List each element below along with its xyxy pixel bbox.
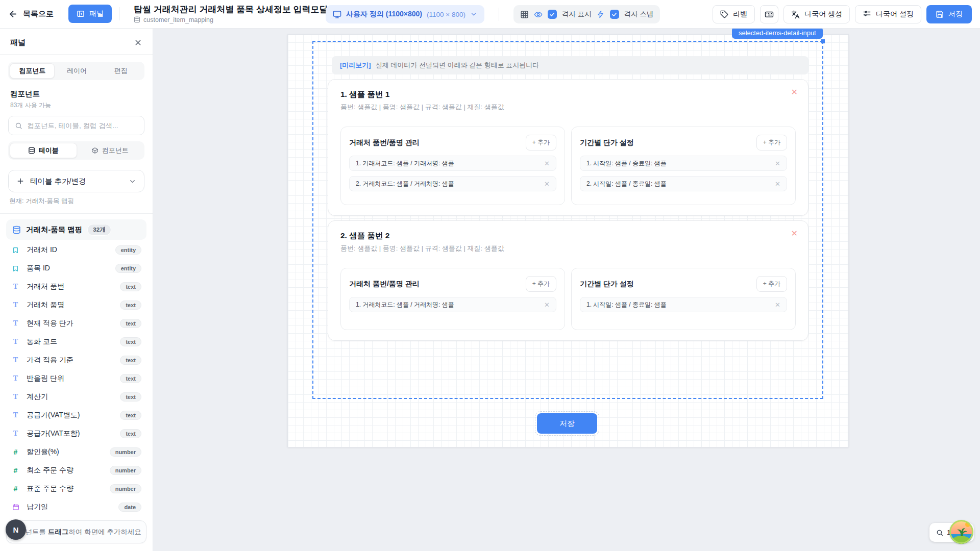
eye-icon[interactable] [534,10,543,19]
column-item[interactable]: # 할인율(%) number [6,443,146,461]
search-input[interactable] [27,122,138,130]
tab-layers[interactable]: 레이어 [55,63,99,79]
languages-icon [791,10,800,19]
customer-codes-panel: 거래처 품번/품명 관리 + 추가 1. 거래처코드: 샘플 / 거래처명: 샘… [340,127,565,205]
column-item[interactable]: T 공급가(VAT별도) text [6,406,146,424]
panel-row[interactable]: 1. 시작일: 샘플 / 종료일: 샘플 ✕ [580,297,787,312]
save-button[interactable]: 저장 [926,5,972,23]
text-type-icon: T [11,411,20,419]
add-table-dropdown[interactable]: 테이블 추가/변경 [8,170,144,192]
chevron-down-icon [129,178,136,185]
tab-tables[interactable]: 테이블 [10,143,77,158]
grid-show-label: 격자 표시 [562,10,592,19]
island-avatar-icon [949,520,973,544]
remove-row-icon[interactable]: ✕ [775,160,780,167]
close-icon[interactable] [134,38,142,47]
panel-tabs: 컴포넌트 레이어 편집 [8,62,144,80]
text-type-icon: T [11,374,20,383]
grid-options-group: 격자 표시 격자 스냅 [513,5,660,23]
back-to-list-button[interactable]: 목록으로 [8,9,54,19]
column-item[interactable]: 납기일 date [6,498,146,516]
tab-components[interactable]: 컴포넌트 [10,63,55,79]
panel-title: 기간별 단가 설정 [580,138,634,147]
column-item[interactable]: # 최소 주문 수량 number [6,461,146,480]
grid-show-checkbox[interactable] [548,10,557,19]
panel-row[interactable]: 2. 거래처코드: 샘플 / 거래처명: 샘플 ✕ [349,176,556,191]
text-type-icon: T [11,301,20,309]
remove-item-icon[interactable]: ✕ [791,230,798,238]
period-price-panel: 기간별 단가 설정 + 추가 1. 시작일: 샘플 / 종료일: 샘플 ✕ 2.… [571,127,796,205]
table-name: 거래처-품목 맵핑 [26,225,82,235]
panel-title: 거래처 품번/품명 관리 [349,280,420,289]
panel-row[interactable]: 2. 시작일: 샘플 / 종료일: 샘플 ✕ [580,176,787,191]
add-row-button[interactable]: + 추가 [756,276,787,292]
entity-icon [11,247,20,254]
add-row-button[interactable]: + 추가 [526,276,556,292]
tab-edit[interactable]: 편집 [99,63,143,79]
column-item[interactable]: T 거래처 품번 text [6,278,146,296]
remove-row-icon[interactable]: ✕ [544,301,550,309]
column-item[interactable]: T 계산기 text [6,388,146,406]
design-artboard[interactable]: [미리보기] 실제 데이터가 전달되면 아래와 같은 형태로 표시됩니다 1. … [287,34,849,447]
item-meta: 품번: 샘플값 | 품명: 샘플값 | 규격: 샘플값 | 재질: 샘플값 [340,103,504,112]
viewport-size-dropdown[interactable]: 사용자 정의 (1100×800) (1100 × 800) [326,5,484,23]
table-subtitle: customer_item_mapping [143,16,213,23]
text-type-icon: T [11,356,20,364]
check-icon [611,12,617,17]
column-item[interactable]: T 가격 적용 기준 text [6,351,146,369]
number-type-icon: # [11,448,20,456]
column-item[interactable]: # 표준 주문 수량 number [6,480,146,498]
panel-row[interactable]: 1. 거래처코드: 샘플 / 거래처명: 샘플 ✕ [349,156,556,171]
i18n-generate-button[interactable]: 다국어 생성 [783,5,850,23]
add-row-button[interactable]: + 추가 [756,135,787,151]
column-item[interactable]: 품목 ID entity [6,259,146,278]
item-card[interactable]: 1. 샘플 품번 1 ✕ 품번: 샘플값 | 품명: 샘플값 | 규격: 샘플값… [328,79,808,216]
top-toolbar: 목록으로 패널 탑씰 거래처관리 거래처별 품목 상세정보 입력모달 custo… [0,0,980,29]
entity-icon [11,265,20,272]
canvas-save-button[interactable]: 저장 [537,413,597,434]
period-price-panel: 기간별 단가 설정 + 추가 1. 시작일: 샘플 / 종료일: 샘플 ✕ [571,268,796,330]
divider [0,213,153,214]
column-item[interactable]: T 거래처 품명 text [6,296,146,314]
item-title: 1. 샘플 품번 1 [340,89,389,100]
table-item[interactable]: 거래처-품목 맵핑 32개 [6,219,146,240]
remove-item-icon[interactable]: ✕ [791,88,798,96]
column-item[interactable]: T 현재 적용 단가 text [6,314,146,333]
magnifier-icon [936,529,943,536]
column-item[interactable]: T 통화 코드 text [6,333,146,351]
keyboard-shortcuts-button[interactable] [760,5,778,23]
panel-title: 패널 [10,38,26,47]
search-icon [15,122,22,130]
page-title: 탑씰 거래처관리 거래처별 품목 상세정보 입력모달 [134,5,328,15]
preview-banner: [미리보기] 실제 데이터가 전달되면 아래와 같은 형태로 표시됩니다 [332,56,808,74]
remove-row-icon[interactable]: ✕ [775,301,780,309]
label-button[interactable]: 라벨 [713,5,755,23]
check-icon [549,12,555,17]
tab-components-source[interactable]: 컴포넌트 [77,143,143,158]
remove-row-icon[interactable]: ✕ [775,180,780,188]
column-item[interactable]: T 반올림 단위 text [6,369,146,388]
tag-icon [720,10,728,18]
remove-row-icon[interactable]: ✕ [544,180,550,188]
panel-toggle-button[interactable]: 패널 [68,5,112,23]
chevron-down-icon [470,11,477,18]
number-type-icon: # [11,485,20,493]
preview-tag: [미리보기] [340,61,371,70]
i18n-settings-button[interactable]: 다국어 설정 [855,5,921,23]
grid-snap-checkbox[interactable] [610,10,619,19]
remove-row-icon[interactable]: ✕ [544,160,550,167]
lightning-icon [597,10,605,18]
column-item[interactable]: 거래처 ID entity [6,241,146,259]
item-card[interactable]: 2. 샘플 품번 2 ✕ 품번: 샘플값 | 품명: 샘플값 | 규격: 샘플값… [328,220,808,341]
selection-name-tooltip: selected-items-detail-input [732,27,823,39]
text-type-icon: T [11,338,20,346]
selection-handle[interactable] [821,39,825,43]
panel-row[interactable]: 1. 거래처코드: 샘플 / 거래처명: 샘플 ✕ [349,297,556,312]
keyboard-icon [765,10,774,19]
panel-row[interactable]: 1. 시작일: 샘플 / 종료일: 샘플 ✕ [580,156,787,171]
collaborator-cursor-badge: N [6,519,26,540]
component-search[interactable] [8,116,144,135]
drag-hint: 컴포넌트를 드래그하여 화면에 추가하세요 [6,520,146,543]
add-row-button[interactable]: + 추가 [526,135,556,151]
column-item[interactable]: T 공급가(VAT포함) text [6,424,146,443]
